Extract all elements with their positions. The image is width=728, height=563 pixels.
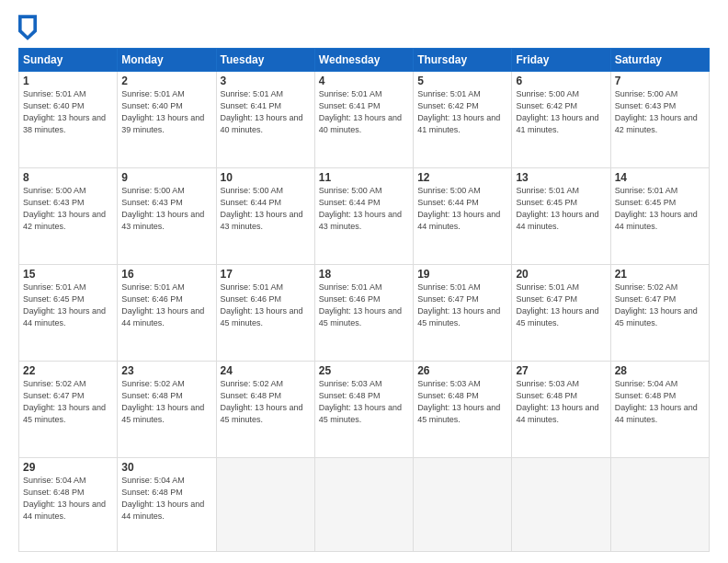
weekday-header: Tuesday: [216, 49, 314, 72]
calendar-cell: 5Sunrise: 5:01 AMSunset: 6:42 PMDaylight…: [414, 72, 512, 168]
day-info: Sunrise: 5:01 AMSunset: 6:46 PMDaylight:…: [121, 282, 211, 329]
day-number: 30: [121, 461, 211, 474]
calendar-cell: 21Sunrise: 5:02 AMSunset: 6:47 PMDayligh…: [610, 264, 709, 361]
calendar-cell: 15Sunrise: 5:01 AMSunset: 6:45 PMDayligh…: [19, 264, 118, 361]
day-number: 18: [319, 268, 409, 281]
calendar-cell: 16Sunrise: 5:01 AMSunset: 6:46 PMDayligh…: [118, 264, 216, 361]
calendar-cell: 13Sunrise: 5:01 AMSunset: 6:45 PMDayligh…: [512, 167, 610, 264]
day-number: 23: [121, 364, 211, 377]
day-info: Sunrise: 5:00 AMSunset: 6:44 PMDaylight:…: [221, 185, 311, 233]
weekday-header: Monday: [118, 49, 216, 72]
day-number: 2: [121, 75, 211, 87]
calendar-cell: 26Sunrise: 5:03 AMSunset: 6:48 PMDayligh…: [414, 361, 512, 457]
calendar-cell: 27Sunrise: 5:03 AMSunset: 6:48 PMDayligh…: [512, 361, 610, 457]
day-number: 4: [319, 75, 409, 87]
day-info: Sunrise: 5:01 AMSunset: 6:47 PMDaylight:…: [417, 282, 507, 329]
day-info: Sunrise: 5:03 AMSunset: 6:48 PMDaylight:…: [516, 378, 606, 426]
day-info: Sunrise: 5:00 AMSunset: 6:44 PMDaylight:…: [319, 185, 409, 233]
calendar-cell: 17Sunrise: 5:01 AMSunset: 6:46 PMDayligh…: [216, 264, 314, 361]
day-info: Sunrise: 5:01 AMSunset: 6:40 PMDaylight:…: [121, 88, 211, 136]
day-number: 29: [23, 461, 113, 474]
day-info: Sunrise: 5:01 AMSunset: 6:46 PMDaylight:…: [319, 282, 409, 329]
calendar-cell: 25Sunrise: 5:03 AMSunset: 6:48 PMDayligh…: [314, 361, 413, 457]
day-number: 16: [121, 268, 211, 281]
day-number: 21: [615, 268, 705, 281]
day-number: 12: [417, 171, 507, 184]
calendar-cell: 2Sunrise: 5:01 AMSunset: 6:40 PMDaylight…: [118, 72, 216, 168]
calendar-cell: 30Sunrise: 5:04 AMSunset: 6:48 PMDayligh…: [118, 457, 216, 551]
day-info: Sunrise: 5:03 AMSunset: 6:48 PMDaylight:…: [417, 378, 507, 426]
weekday-header: Friday: [512, 49, 610, 72]
calendar-cell: 20Sunrise: 5:01 AMSunset: 6:47 PMDayligh…: [512, 264, 610, 361]
day-number: 26: [417, 364, 507, 377]
calendar-table: SundayMondayTuesdayWednesdayThursdayFrid…: [18, 48, 710, 552]
weekday-header: Sunday: [19, 49, 118, 72]
day-info: Sunrise: 5:01 AMSunset: 6:42 PMDaylight:…: [417, 88, 507, 136]
day-number: 24: [221, 364, 311, 377]
day-number: 27: [516, 364, 606, 377]
calendar-cell: 11Sunrise: 5:00 AMSunset: 6:44 PMDayligh…: [314, 167, 413, 264]
day-number: 3: [221, 75, 311, 87]
day-info: Sunrise: 5:02 AMSunset: 6:48 PMDaylight:…: [121, 378, 211, 426]
calendar-cell: 4Sunrise: 5:01 AMSunset: 6:41 PMDaylight…: [314, 72, 413, 168]
day-number: 19: [417, 268, 507, 281]
calendar-cell: [512, 457, 610, 551]
calendar-cell: 1Sunrise: 5:01 AMSunset: 6:40 PMDaylight…: [19, 72, 118, 168]
day-info: Sunrise: 5:04 AMSunset: 6:48 PMDaylight:…: [121, 475, 211, 523]
day-number: 7: [615, 75, 705, 87]
calendar-cell: 28Sunrise: 5:04 AMSunset: 6:48 PMDayligh…: [610, 361, 709, 457]
day-number: 25: [319, 364, 409, 377]
day-info: Sunrise: 5:01 AMSunset: 6:45 PMDaylight:…: [615, 185, 705, 233]
day-info: Sunrise: 5:00 AMSunset: 6:43 PMDaylight:…: [23, 185, 113, 233]
day-info: Sunrise: 5:01 AMSunset: 6:41 PMDaylight:…: [319, 88, 409, 136]
calendar-cell: 24Sunrise: 5:02 AMSunset: 6:48 PMDayligh…: [216, 361, 314, 457]
day-info: Sunrise: 5:00 AMSunset: 6:43 PMDaylight:…: [121, 185, 211, 233]
calendar-cell: 18Sunrise: 5:01 AMSunset: 6:46 PMDayligh…: [314, 264, 413, 361]
day-info: Sunrise: 5:02 AMSunset: 6:47 PMDaylight:…: [23, 378, 113, 426]
calendar-cell: [610, 457, 709, 551]
day-info: Sunrise: 5:02 AMSunset: 6:47 PMDaylight:…: [615, 282, 705, 329]
weekday-header: Wednesday: [314, 49, 413, 72]
day-info: Sunrise: 5:03 AMSunset: 6:48 PMDaylight:…: [319, 378, 409, 426]
day-number: 5: [417, 75, 507, 87]
weekday-header: Thursday: [414, 49, 512, 72]
calendar-cell: 12Sunrise: 5:00 AMSunset: 6:44 PMDayligh…: [414, 167, 512, 264]
day-info: Sunrise: 5:01 AMSunset: 6:46 PMDaylight:…: [221, 282, 311, 329]
day-info: Sunrise: 5:01 AMSunset: 6:45 PMDaylight:…: [23, 282, 113, 329]
calendar-cell: 14Sunrise: 5:01 AMSunset: 6:45 PMDayligh…: [610, 167, 709, 264]
logo: [18, 15, 40, 40]
calendar-cell: [216, 457, 314, 551]
day-info: Sunrise: 5:01 AMSunset: 6:45 PMDaylight:…: [516, 185, 606, 233]
day-info: Sunrise: 5:00 AMSunset: 6:43 PMDaylight:…: [615, 88, 705, 136]
day-number: 8: [23, 171, 113, 184]
calendar-cell: 7Sunrise: 5:00 AMSunset: 6:43 PMDaylight…: [610, 72, 709, 168]
calendar-cell: 9Sunrise: 5:00 AMSunset: 6:43 PMDaylight…: [118, 167, 216, 264]
day-info: Sunrise: 5:00 AMSunset: 6:42 PMDaylight:…: [516, 88, 606, 136]
calendar-cell: 6Sunrise: 5:00 AMSunset: 6:42 PMDaylight…: [512, 72, 610, 168]
day-number: 13: [516, 171, 606, 184]
weekday-header: Saturday: [610, 49, 709, 72]
day-number: 10: [221, 171, 311, 184]
calendar-cell: 3Sunrise: 5:01 AMSunset: 6:41 PMDaylight…: [216, 72, 314, 168]
calendar-cell: [414, 457, 512, 551]
day-info: Sunrise: 5:02 AMSunset: 6:48 PMDaylight:…: [221, 378, 311, 426]
day-number: 28: [615, 364, 705, 377]
calendar-cell: 29Sunrise: 5:04 AMSunset: 6:48 PMDayligh…: [19, 457, 118, 551]
day-info: Sunrise: 5:01 AMSunset: 6:40 PMDaylight:…: [23, 88, 113, 136]
calendar-cell: [314, 457, 413, 551]
calendar-cell: 23Sunrise: 5:02 AMSunset: 6:48 PMDayligh…: [118, 361, 216, 457]
day-number: 6: [516, 75, 606, 87]
day-number: 20: [516, 268, 606, 281]
calendar-cell: 19Sunrise: 5:01 AMSunset: 6:47 PMDayligh…: [414, 264, 512, 361]
calendar-cell: 10Sunrise: 5:00 AMSunset: 6:44 PMDayligh…: [216, 167, 314, 264]
calendar-cell: 22Sunrise: 5:02 AMSunset: 6:47 PMDayligh…: [19, 361, 118, 457]
day-number: 22: [23, 364, 113, 377]
day-info: Sunrise: 5:01 AMSunset: 6:47 PMDaylight:…: [516, 282, 606, 329]
day-info: Sunrise: 5:04 AMSunset: 6:48 PMDaylight:…: [615, 378, 705, 426]
day-info: Sunrise: 5:01 AMSunset: 6:41 PMDaylight:…: [221, 88, 311, 136]
logo-icon: [18, 15, 37, 40]
day-info: Sunrise: 5:04 AMSunset: 6:48 PMDaylight:…: [23, 475, 113, 523]
day-number: 9: [121, 171, 211, 184]
day-number: 14: [615, 171, 705, 184]
day-number: 11: [319, 171, 409, 184]
